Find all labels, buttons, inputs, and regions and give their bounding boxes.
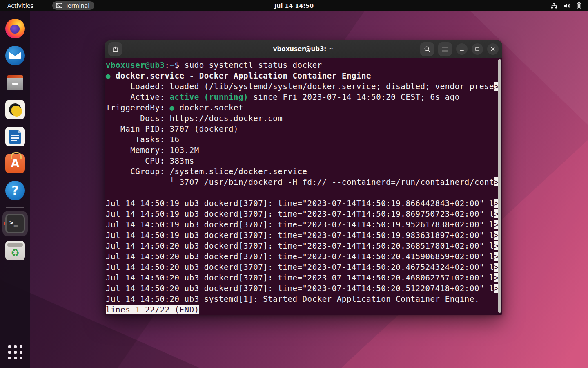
menu-button[interactable] xyxy=(438,42,452,56)
rhythmbox-icon xyxy=(5,100,25,119)
dock-item-libreoffice-writer[interactable] xyxy=(2,124,28,149)
terminal-line: Jul 14 14:50:19 ub3 dockerd[3707]: time=… xyxy=(106,230,497,240)
firefox-icon xyxy=(5,19,25,38)
dock-item-help[interactable] xyxy=(2,178,28,203)
terminal-icon xyxy=(56,3,62,8)
close-button[interactable] xyxy=(487,43,499,55)
minimize-icon xyxy=(459,47,464,52)
terminal-line: Jul 14 14:50:19 ub3 dockerd[3707]: time=… xyxy=(106,219,497,230)
files-icon xyxy=(5,73,25,92)
terminal-line: Main PID: 3707 (dockerd) xyxy=(106,123,497,134)
help-icon xyxy=(5,181,25,200)
terminal-line: Jul 14 14:50:20 ub3 dockerd[3707]: time=… xyxy=(106,240,497,251)
clock[interactable]: Jul 14 14:50 xyxy=(274,2,314,9)
dock-item-rhythmbox[interactable] xyxy=(2,97,28,122)
dock-item-ubuntu-software[interactable] xyxy=(2,151,28,176)
terminal-content[interactable]: vboxuser@ub3:~$ sudo systemctl status do… xyxy=(105,58,502,315)
window-headerbar[interactable]: vboxuser@ub3: ~ xyxy=(105,40,502,58)
terminal-line: Jul 14 14:50:20 ub3 dockerd[3707]: time=… xyxy=(106,272,497,283)
dock-item-terminal[interactable] xyxy=(2,211,28,236)
new-tab-button[interactable] xyxy=(108,42,122,56)
terminal-line: Jul 14 14:50:20 ub3 dockerd[3707]: time=… xyxy=(106,283,497,294)
terminal-line: Jul 14 14:50:19 ub3 dockerd[3707]: time=… xyxy=(106,209,497,219)
thunderbird-icon xyxy=(5,46,25,65)
top-bar: Activities Terminal Jul 14 14:50 xyxy=(0,0,588,11)
maximize-button[interactable] xyxy=(472,43,483,55)
dock-item-thunderbird[interactable] xyxy=(2,43,28,68)
network-wired-icon xyxy=(550,2,558,9)
terminal-line: Tasks: 16 xyxy=(106,134,497,145)
minimize-button[interactable] xyxy=(456,43,468,55)
terminal-line: TriggeredBy: ● docker.socket xyxy=(106,102,497,113)
maximize-icon xyxy=(475,47,480,52)
terminal-line: Loaded: loaded (/lib/systemd/system/dock… xyxy=(106,81,497,92)
volume-icon xyxy=(564,2,571,9)
terminal-line xyxy=(106,187,497,198)
terminal-scrollbar[interactable] xyxy=(498,59,501,313)
terminal-line: ● docker.service - Docker Application Co… xyxy=(106,70,497,81)
search-button[interactable] xyxy=(420,42,434,56)
activities-button[interactable]: Activities xyxy=(0,0,41,11)
terminal-line: lines 1-22/22 (END) xyxy=(106,304,497,315)
terminal-line: Active: active (running) since Fri 2023-… xyxy=(106,92,497,102)
terminal-line: Docs: https://docs.docker.com xyxy=(106,113,497,123)
terminal-line: vboxuser@ub3:~$ sudo systemctl status do… xyxy=(106,60,497,70)
system-tray[interactable] xyxy=(548,0,584,11)
search-icon xyxy=(424,46,431,53)
close-icon xyxy=(490,47,495,52)
terminal-app-icon xyxy=(5,214,25,233)
dock-item-firefox[interactable] xyxy=(2,16,28,41)
hamburger-menu-icon xyxy=(442,47,448,52)
focused-app-menu[interactable]: Terminal xyxy=(52,1,94,10)
trash-icon: ♻ xyxy=(5,241,25,260)
dock-item-trash[interactable]: ♻ xyxy=(2,238,28,263)
battery-icon xyxy=(577,2,581,9)
dock-item-files[interactable] xyxy=(2,70,28,95)
focused-app-label: Terminal xyxy=(65,2,89,9)
dock-separator xyxy=(6,207,24,208)
ubuntu-software-icon xyxy=(5,154,25,173)
terminal-line: CPU: 383ms xyxy=(106,155,497,166)
terminal-output: vboxuser@ub3:~$ sudo systemctl status do… xyxy=(106,60,497,315)
new-tab-icon xyxy=(111,46,119,52)
terminal-line: Jul 14 14:50:19 ub3 dockerd[3707]: time=… xyxy=(106,198,497,209)
show-applications-button[interactable] xyxy=(2,339,28,365)
dock: ♻ xyxy=(0,11,30,368)
libreoffice-writer-icon xyxy=(5,127,25,146)
terminal-line: └─3707 /usr/bin/dockerd -H fd:// --conta… xyxy=(106,177,497,187)
terminal-line: Jul 14 14:50:20 ub3 systemd[1]: Started … xyxy=(106,294,497,304)
terminal-line: Jul 14 14:50:20 ub3 dockerd[3707]: time=… xyxy=(106,251,497,262)
terminal-window: vboxuser@ub3: ~ xyxy=(105,40,502,315)
grid-icon xyxy=(8,345,22,359)
terminal-line: Memory: 103.2M xyxy=(106,145,497,155)
terminal-line: Jul 14 14:50:20 ub3 dockerd[3707]: time=… xyxy=(106,262,497,272)
terminal-line: CGroup: /system.slice/docker.service xyxy=(106,166,497,177)
